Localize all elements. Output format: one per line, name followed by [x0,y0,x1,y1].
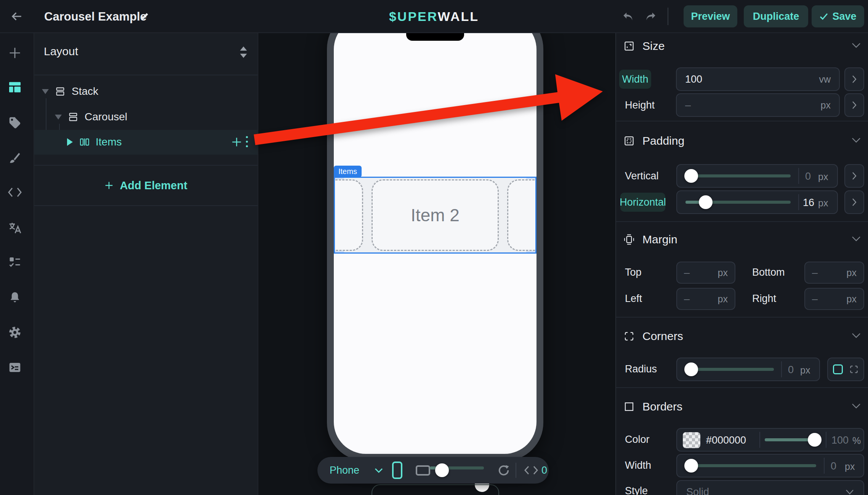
translate-icon[interactable] [8,220,22,235]
expand-down-icon[interactable] [42,89,49,94]
divider [781,361,782,377]
duplicate-button[interactable]: Duplicate [744,5,808,27]
chevron-down-icon[interactable] [851,332,861,339]
vertical-padding-label: Vertical [625,170,659,182]
divider [826,432,826,448]
corners-icon [623,331,635,342]
chevron-down-icon[interactable] [851,235,861,242]
layout-panel: Layout Stack Carousel Items [34,33,258,495]
stack-icon [55,86,66,97]
slider-thumb[interactable] [684,169,698,183]
chevron-right-icon [852,75,857,84]
preview-button[interactable]: Preview [684,5,737,27]
code-count: 0 [541,465,547,476]
radius-slider[interactable]: 0 px [676,358,820,381]
code-icon[interactable] [524,465,538,475]
save-button[interactable]: Save [812,5,864,27]
horizontal-padding-pill[interactable]: Horizontal [620,193,665,212]
tree-row-stack[interactable]: Stack [42,81,98,102]
height-input[interactable]: – px [676,93,840,117]
chevron-right-icon [852,198,857,207]
toolbar-divider [516,463,516,478]
add-child-icon[interactable] [230,136,243,148]
divider [798,194,799,210]
chevron-down-icon[interactable] [851,402,861,409]
slider-thumb[interactable] [684,459,698,473]
redo-icon[interactable] [643,10,658,24]
slider-track[interactable] [685,368,774,371]
device-selector[interactable]: Phone [330,465,359,476]
chevron-down-icon[interactable] [851,137,861,144]
border-style-select[interactable]: Solid [676,480,864,495]
carousel-item-current[interactable]: Item 2 [372,179,499,251]
height-expand-button[interactable] [844,93,864,117]
border-width-slider[interactable]: 0 px [676,454,864,477]
divider [798,168,799,184]
paintbrush-icon[interactable] [8,151,22,165]
plus-icon [104,180,114,191]
border-width-label: Width [625,460,651,471]
expand-right-icon[interactable] [67,138,73,146]
vertical-padding-expand-button[interactable] [844,164,864,188]
undo-icon[interactable] [621,10,636,24]
refresh-icon[interactable] [497,464,510,477]
tag-icon[interactable] [8,116,22,129]
sort-icon[interactable] [239,46,248,58]
chevron-right-icon [852,101,857,110]
individual-corners-icon[interactable] [849,364,859,374]
bell-icon[interactable] [8,291,22,304]
horizontal-padding-expand-button[interactable] [844,190,864,214]
margin-right-input[interactable]: – px [804,288,864,310]
checklist-icon[interactable] [8,255,22,269]
more-options-icon[interactable] [245,135,249,149]
tree-row-items[interactable]: Items [67,131,122,153]
expand-down-icon[interactable] [55,115,62,120]
add-element-button[interactable]: Add Element [34,175,258,196]
item-label: Item 2 [411,205,460,225]
carousel-items-selection[interactable]: Item 2 [334,177,536,254]
corners-section-title: Corners [642,330,683,343]
slider-thumb[interactable] [684,362,698,376]
carousel-icon [68,112,78,122]
gear-icon[interactable] [8,326,22,339]
color-hex-value[interactable]: #000000 [706,434,746,446]
code-tool-icon[interactable] [7,187,22,198]
borders-section-title: Borders [642,400,682,413]
panel-divider [34,165,258,166]
slider-track[interactable] [685,174,791,177]
rail-divider [34,0,34,495]
chevron-down-icon[interactable] [851,42,861,49]
uniform-radius-icon[interactable] [833,364,843,374]
carousel-items-band: Item 2 [335,178,535,252]
terminal-icon[interactable] [8,361,22,374]
margin-bottom-label: Bottom [752,267,785,278]
landscape-device-icon[interactable] [416,465,430,476]
tree-row-carousel[interactable]: Carousel [55,106,127,128]
radius-label: Radius [625,363,657,375]
horizontal-padding-slider[interactable]: 16 px [676,190,838,214]
margin-bottom-input[interactable]: – px [804,262,864,284]
zoom-slider-thumb[interactable] [435,463,449,477]
slider-thumb[interactable] [699,195,713,209]
layout-template-icon[interactable] [8,80,22,94]
width-expand-button[interactable] [844,67,864,91]
margin-top-input[interactable]: – px [676,262,735,284]
portrait-device-icon[interactable] [392,461,402,479]
width-input[interactable]: 100 vw [676,67,840,91]
margin-top-label: Top [625,267,642,278]
margin-icon [623,234,635,245]
margin-right-label: Right [752,293,776,305]
check-icon [819,12,828,21]
add-icon[interactable] [8,46,22,60]
margin-left-input[interactable]: – px [676,288,735,310]
panel-divider [34,205,258,206]
slider-track[interactable] [685,464,816,467]
width-property-pill[interactable]: Width [619,70,651,89]
layout-panel-title: Layout [44,45,78,58]
chevron-down-icon[interactable] [374,468,384,474]
height-label: Height [625,99,655,111]
vertical-padding-slider[interactable]: 0 px [676,164,838,188]
panel-divider [34,75,258,75]
opacity-slider-thumb[interactable] [808,433,822,447]
color-swatch[interactable] [683,432,700,448]
